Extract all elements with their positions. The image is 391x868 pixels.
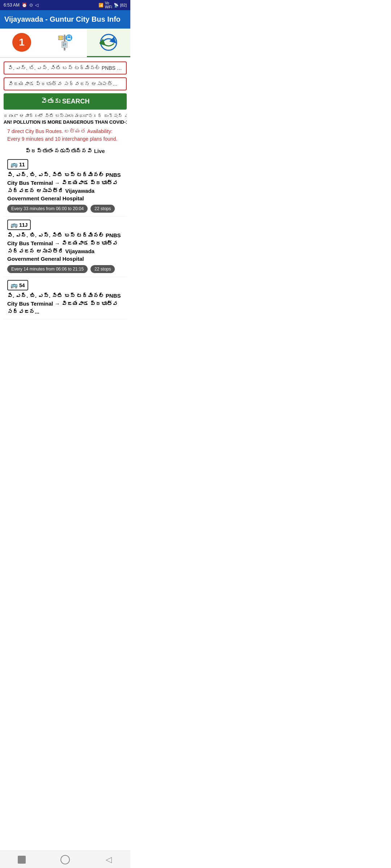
search-button[interactable]: వెతుకు SEARCH	[4, 93, 127, 110]
live-heading: ప్రస్తుతం నడుస్తున్నవి Live	[4, 144, 127, 156]
route-header-54: 🚌 54	[7, 280, 123, 290]
nav-icon: ◁	[35, 3, 38, 8]
battery-display: [82]	[120, 3, 127, 7]
tab-number-icon: 1	[12, 33, 31, 52]
tab-number[interactable]: 1	[0, 29, 43, 57]
tab-transfer[interactable]	[87, 29, 130, 57]
bus-badge-54: 🚌 54	[7, 280, 28, 290]
frequency-pill-11j: Every 14 minutes from 06:06 to 21:15	[7, 265, 88, 273]
route-pills-11j: Every 14 minutes from 06:06 to 21:15 22 …	[7, 265, 123, 273]
bus-stop-icon: 🚏	[55, 32, 75, 52]
time-display: 6:53 AM	[4, 3, 20, 8]
stops-pill-11j: 22 stops	[91, 265, 115, 273]
signal-icon: 📶	[98, 3, 104, 8]
wifi-icon: 📡	[114, 3, 119, 8]
app-header: Vijayawada - Guntur City Bus Info	[0, 10, 130, 29]
stops-pill-11: 22 stops	[91, 205, 115, 213]
scroll-text: రణంగా ఆ మార్గంలో సిటి బస్సులు మధురానగర్ …	[4, 111, 127, 119]
route-title-11: పి. ఎన్. బి. ఎస్. సిటి బస్ టర్మినల్ PNBS…	[7, 171, 123, 203]
svg-point-0	[101, 34, 117, 50]
result-summary: 7 direct City Bus Routes. లభ్యత Availabi…	[4, 125, 127, 144]
route-card-11[interactable]: 🚌 11 పి. ఎన్. బి. ఎస్. సిటి బస్ టర్మినల్…	[4, 156, 127, 217]
wifi-label: VoWiFi	[105, 1, 112, 9]
status-bar: 6:53 AM ⏰ ⊙ ◁ 📶 VoWiFi 📡 [82]	[0, 0, 130, 10]
app-title: Vijayawada - Guntur City Bus Info	[4, 15, 121, 23]
route-header-11j: 🚌 11J	[7, 220, 123, 230]
route-title-11j: పి. ఎన్. బి. ఎస్. సిటి బస్ టర్మినల్ PNBS…	[7, 231, 123, 263]
bus-badge-11: 🚌 11	[7, 159, 28, 170]
bus-icon-11j: 🚌	[10, 221, 18, 228]
tab-bus-stop[interactable]: 🚏	[43, 29, 87, 57]
frequency-pill-11: Every 33 minutes from 06:00 to 20:04	[7, 205, 88, 213]
bus-badge-11j: 🚌 11J	[7, 220, 31, 230]
route-card-11j[interactable]: 🚌 11J పి. ఎన్. బి. ఎస్. సిటి బస్ టర్మినల…	[4, 217, 127, 277]
route-title-54: పి. ఎన్. బి. ఎస్. సిటి బస్ టర్మినల్ PNBS…	[7, 292, 123, 315]
transfer-icon	[98, 32, 119, 52]
tab-bar: 1 🚏	[0, 29, 130, 58]
bus-icon-11: 🚌	[10, 161, 18, 168]
route-pills-11: Every 33 minutes from 06:00 to 20:04 22 …	[7, 205, 123, 213]
alarm-icon: ⏰	[22, 3, 27, 8]
route-card-54[interactable]: 🚌 54 పి. ఎన్. బి. ఎస్. సిటి బస్ టర్మినల్…	[4, 277, 127, 319]
from-input[interactable]: పి. ఎన్. బి. ఎస్. సిటి బస్ టర్మినల్ PNBS…	[4, 61, 127, 75]
to-input[interactable]: విజయవాడ ప్రభుత్వ సర్వజన ఆసుపత్రి Vijayaw…	[4, 77, 127, 90]
status-right: 📶 VoWiFi 📡 [82]	[98, 1, 127, 9]
search-area: పి. ఎన్. బి. ఎస్. సిటి బస్ టర్మినల్ PNBS…	[0, 58, 130, 341]
route-header-11: 🚌 11	[7, 159, 123, 170]
status-left: 6:53 AM ⏰ ⊙ ◁	[4, 3, 38, 8]
pollution-text: AN! POLLUTION IS MORE DANGEROUS THAN COV…	[4, 119, 127, 125]
check-icon: ⊙	[29, 3, 33, 8]
bus-icon-54: 🚌	[10, 282, 18, 289]
